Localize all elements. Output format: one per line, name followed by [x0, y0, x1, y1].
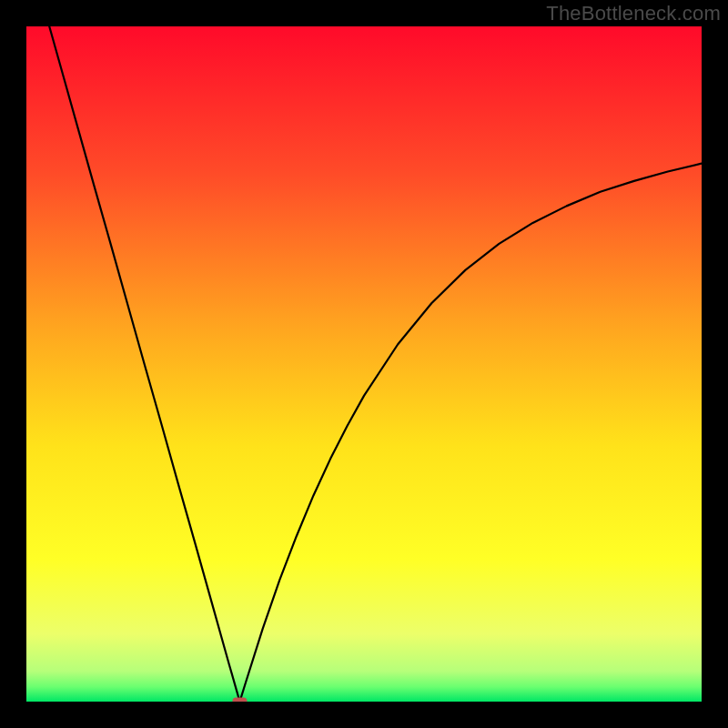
chart-plot-area: [26, 26, 702, 702]
chart-outer-frame: TheBottleneck.com: [0, 0, 728, 728]
chart-background-gradient: [26, 26, 702, 702]
minimum-marker: [232, 698, 247, 703]
watermark-text: TheBottleneck.com: [546, 2, 721, 25]
chart-svg: [26, 26, 702, 702]
